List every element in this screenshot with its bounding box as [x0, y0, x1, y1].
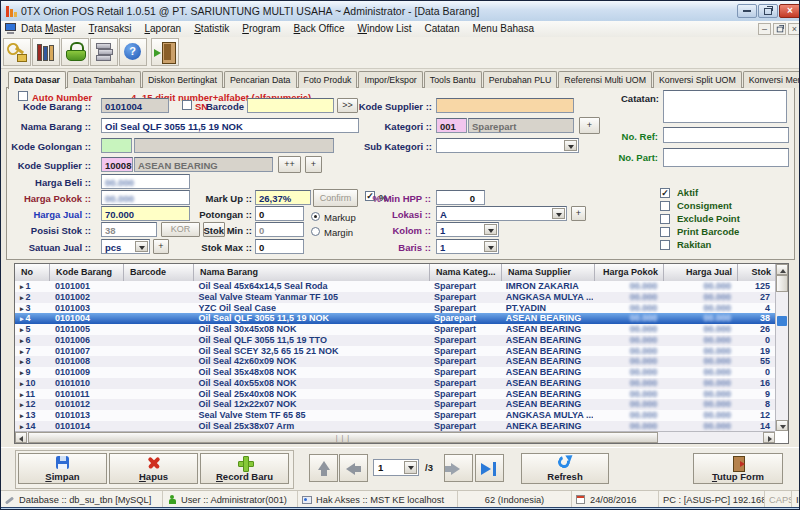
grid-column-header[interactable]: Stok	[738, 264, 777, 281]
aktif-checkbox[interactable]	[660, 188, 670, 198]
page-number-dropdown[interactable]: 1	[373, 459, 419, 476]
chevron-down-icon[interactable]	[564, 140, 577, 151]
table-row[interactable]: ▸10101001Oil Seal 45x64x14,5 Seal RodaSp…	[15, 281, 775, 292]
sub-kategori-dropdown[interactable]	[436, 138, 579, 153]
tab-data-dasar[interactable]: Data Dasar	[8, 71, 66, 89]
help-icon[interactable]: ?	[119, 38, 147, 66]
table-row[interactable]: ▸90101009Oil Seal 35x48x08 NOKSparepartA…	[15, 367, 775, 378]
horizontal-scrollbar[interactable]: | | |	[15, 431, 775, 443]
grid-column-header[interactable]: Barcode	[124, 264, 194, 281]
kode-supplier-right-field[interactable]	[436, 98, 574, 113]
grid-column-header[interactable]: Nama Kateg...	[430, 264, 502, 281]
menu-item[interactable]: Transaksi	[88, 23, 131, 34]
mdi-restore-button[interactable]	[773, 23, 786, 35]
tab-konversi-split-uom[interactable]: Konversi Split UOM	[653, 71, 742, 88]
grid-column-header[interactable]: Nama Supplier	[502, 264, 595, 281]
menu-item[interactable]: Menu Bahasa	[472, 23, 534, 34]
print-barcode-checkbox[interactable]	[660, 227, 670, 237]
consigment-checkbox[interactable]	[660, 201, 670, 211]
kode-barang-field[interactable]: 0101004	[101, 98, 169, 113]
kode-golongan-code-field[interactable]	[101, 138, 132, 153]
table-row[interactable]: ▸80101008Oil Seal 42x60x09 NOKSparepartA…	[15, 356, 775, 367]
new-record-button[interactable]: Record Baru	[200, 453, 289, 484]
grid-column-header[interactable]: Harga Pokok	[595, 264, 664, 281]
margin-radio[interactable]	[311, 227, 320, 236]
harga-jual-field[interactable]: 70.000	[101, 206, 190, 221]
refresh-button[interactable]: Refresh	[521, 453, 609, 484]
title-bar[interactable]: 0TX Orion POS Retail 1.0.51 @ PT. SARIUN…	[1, 1, 800, 22]
grid-body[interactable]: ▸10101001Oil Seal 45x64x14,5 Seal RodaSp…	[15, 281, 775, 431]
scroll-left-icon[interactable]	[15, 432, 27, 443]
tab-diskon-bertingkat[interactable]: Diskon Bertingkat	[142, 71, 223, 88]
harga-pokok-field[interactable]: 00.000	[101, 190, 190, 205]
chevron-down-icon[interactable]	[552, 208, 565, 219]
table-row[interactable]: ▸140101014Oil Seal 25x38x07 ArmSparepart…	[15, 421, 775, 431]
min-hpp-field[interactable]: 0	[436, 190, 485, 205]
nav-next-button[interactable]	[444, 454, 473, 482]
tab-foto-produk[interactable]: Foto Produk	[298, 71, 358, 88]
delete-button[interactable]: Hapus	[109, 453, 198, 484]
chevron-down-icon[interactable]	[404, 461, 417, 474]
archive-icon[interactable]	[90, 38, 118, 66]
nav-last-button[interactable]	[475, 454, 504, 482]
tab-data-tambahan[interactable]: Data Tambahan	[67, 71, 141, 88]
vertical-scrollbar[interactable]	[775, 264, 788, 431]
chevron-down-icon[interactable]	[484, 241, 497, 252]
nav-up-button[interactable]	[309, 454, 338, 482]
table-row[interactable]: ▸20101002Seal Valve Steam Yanmar TF 105S…	[15, 292, 775, 303]
key-access-icon[interactable]	[3, 38, 31, 66]
menu-item[interactable]: Window List	[358, 23, 412, 34]
mdi-close-button[interactable]: ×	[788, 23, 800, 35]
supplier-add-button[interactable]: +	[305, 156, 322, 173]
menu-item[interactable]: Back Office	[294, 23, 345, 34]
close-button[interactable]: ×	[779, 4, 800, 18]
scroll-down-icon[interactable]	[776, 420, 788, 431]
hscroll-thumb[interactable]: | | |	[28, 432, 658, 443]
vscroll-thumb[interactable]	[776, 275, 788, 292]
harga-beli-field[interactable]: 00.000	[101, 174, 190, 189]
exit-door-icon[interactable]	[151, 38, 179, 66]
exclude-point-checkbox[interactable]	[660, 214, 670, 224]
stok-max-field[interactable]: 0	[255, 239, 304, 254]
kategori-code-field[interactable]: 001	[436, 118, 467, 133]
table-row[interactable]: ▸60101006Oil Seal QLF 3055 11,5 19 TTOSp…	[15, 335, 775, 346]
tab-tools-bantu[interactable]: Tools Bantu	[424, 71, 482, 88]
table-row[interactable]: ▸30101003YZC Oil Seal CaseSparepartPT.YA…	[15, 303, 775, 314]
potongan-field[interactable]: 0	[255, 206, 304, 221]
tab-pencarian-data[interactable]: Pencarian Data	[224, 71, 297, 88]
mdi-system-icon[interactable]	[5, 23, 17, 34]
grid-column-header[interactable]: Harga Jual	[664, 264, 738, 281]
rakitan-checkbox[interactable]	[660, 240, 670, 250]
menu-item[interactable]: Program	[242, 23, 280, 34]
table-row[interactable]: ▸40101004Oil Seal QLF 3055 11,5 19 NOKSp…	[15, 313, 775, 324]
stok-min-field[interactable]: 0	[255, 222, 304, 237]
no-part-field[interactable]	[663, 148, 789, 167]
table-row[interactable]: ▸50101005Oil Seal 30x45x08 NOKSparepartA…	[15, 324, 775, 335]
lokasi-add-button[interactable]: +	[571, 206, 586, 221]
minimize-button[interactable]	[737, 4, 757, 18]
baris-dropdown[interactable]: 1	[436, 239, 499, 254]
grid-column-header[interactable]: No	[15, 264, 50, 281]
save-button[interactable]: Simpan	[18, 453, 107, 484]
tab-konversi-merge-uom[interactable]: Konversi Merge UOM	[743, 71, 800, 88]
tab-impor-ekspor[interactable]: Impor/Ekspor	[358, 71, 422, 88]
grid-column-header[interactable]: Kode Barang	[50, 264, 124, 281]
kode-supplier-code-field[interactable]: 10008	[101, 157, 133, 172]
basket-icon[interactable]	[61, 38, 89, 66]
nav-prev-button[interactable]	[339, 454, 368, 482]
table-row[interactable]: ▸120101012Oil Seal 12x22x07 NOKSparepart…	[15, 399, 775, 410]
library-books-icon[interactable]	[32, 38, 60, 66]
table-row[interactable]: ▸130101013Seal Valve Stem TF 65 85Sparep…	[15, 410, 775, 421]
menu-item[interactable]: Laporan	[144, 23, 181, 34]
data-grid[interactable]: NoKode BarangBarcodeNama BarangNama Kate…	[14, 263, 789, 444]
table-row[interactable]: ▸100101010Oil Seal 40x55x08 NOKSparepart…	[15, 378, 775, 389]
lokasi-dropdown[interactable]: A	[436, 206, 567, 221]
mark-up-field[interactable]: 26,37%	[255, 190, 311, 205]
menu-item[interactable]: Data Master	[21, 23, 75, 34]
tab-referensi-multi-uom[interactable]: Referensi Multi UOM	[558, 71, 652, 88]
table-row[interactable]: ▸110101011Oil Seal 25x40x08 NOKSparepart…	[15, 389, 775, 400]
kolom-dropdown[interactable]: 1	[436, 222, 499, 237]
markup-radio[interactable]	[311, 212, 320, 221]
grid-column-header[interactable]: Nama Barang	[194, 264, 430, 281]
scroll-up-icon[interactable]	[776, 264, 788, 275]
